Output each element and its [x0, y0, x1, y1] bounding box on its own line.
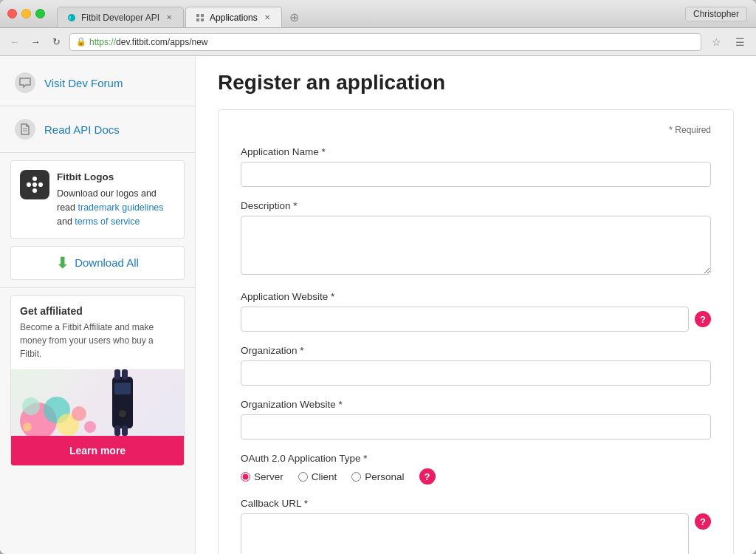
fitbit-logos-card: Fitbit Logos Download our logos and read…: [10, 160, 185, 239]
radio-personal-input[interactable]: [351, 472, 361, 482]
tab-bar: f Fitbit Developer API ✕ Applications ✕: [57, 0, 305, 27]
oauth-help-icon[interactable]: ?: [419, 468, 436, 485]
close-button[interactable]: [7, 9, 17, 18]
affiliate-top: Get affiliated Become a Fitbit Affiliate…: [11, 296, 184, 369]
radio-server-input[interactable]: [241, 472, 250, 482]
radio-personal-label: Personal: [365, 471, 404, 482]
input-description[interactable]: [241, 216, 711, 275]
fitbit-logos-text: Fitbit Logos Download our logos and read…: [57, 170, 175, 229]
menu-button[interactable]: ☰: [731, 33, 749, 51]
browser-window: f Fitbit Developer API ✕ Applications ✕: [0, 0, 756, 554]
svg-rect-8: [32, 177, 37, 181]
input-organization[interactable]: [241, 360, 711, 386]
affiliate-title: Get affiliated: [20, 305, 175, 317]
svg-rect-9: [32, 182, 37, 187]
download-arrow-icon: ⬇: [56, 254, 69, 272]
affiliate-desc: Become a Fitbit Affiliate and make money…: [20, 321, 175, 360]
chat-icon: [15, 72, 35, 93]
label-callback-url: Callback URL *: [241, 498, 711, 509]
divider-2: [0, 152, 195, 153]
sidebar-item-dev-forum[interactable]: Visit Dev Forum: [0, 64, 195, 102]
traffic-lights: [7, 9, 45, 18]
svg-rect-2: [196, 14, 199, 17]
label-oauth-type: OAuth 2.0 Application Type *: [241, 453, 711, 464]
input-app-name[interactable]: [241, 162, 711, 187]
tab-fitbit-dev[interactable]: f Fitbit Developer API ✕: [57, 7, 184, 27]
label-organization: Organization *: [241, 345, 711, 356]
radio-client[interactable]: Client: [298, 471, 337, 482]
radio-client-input[interactable]: [298, 472, 308, 482]
svg-point-16: [22, 397, 40, 415]
svg-point-17: [72, 406, 86, 421]
svg-rect-11: [27, 182, 31, 187]
download-all-label: Download All: [75, 256, 139, 269]
affiliate-image: [11, 369, 184, 436]
affiliate-illustration: [16, 369, 179, 436]
divider-3: [0, 287, 195, 288]
svg-point-26: [119, 410, 126, 417]
label-app-name: Application Name *: [241, 146, 711, 157]
field-app-name: Application Name *: [241, 146, 711, 187]
tab-applications-close[interactable]: ✕: [262, 13, 272, 23]
sidebar: Visit Dev Forum Read API Docs: [0, 56, 196, 554]
radio-client-label: Client: [312, 471, 337, 482]
app-website-row: ?: [241, 307, 711, 332]
trademark-link[interactable]: trademark guidelines: [78, 202, 164, 213]
fitbit-logos-and: and: [57, 216, 75, 227]
refresh-button[interactable]: ↻: [49, 35, 63, 49]
svg-rect-23: [122, 369, 128, 380]
label-description: Description *: [241, 200, 711, 211]
input-org-website[interactable]: [241, 414, 711, 440]
maximize-button[interactable]: [35, 9, 45, 18]
bookmark-button[interactable]: ☆: [707, 33, 725, 51]
page-title: Register an application: [218, 71, 734, 95]
radio-personal[interactable]: Personal: [351, 471, 404, 482]
titlebar: f Fitbit Developer API ✕ Applications ✕: [0, 0, 756, 28]
forward-button[interactable]: →: [28, 35, 43, 49]
new-tab-button[interactable]: ⊕: [284, 7, 305, 27]
sidebar-api-docs-label: Read API Docs: [44, 123, 120, 136]
svg-rect-25: [122, 425, 128, 436]
sidebar-item-api-docs[interactable]: Read API Docs: [0, 110, 195, 148]
tab-applications-label: Applications: [210, 13, 258, 23]
field-description: Description *: [241, 200, 711, 278]
radio-server-label: Server: [254, 471, 284, 482]
svg-point-18: [84, 421, 96, 433]
input-callback-url[interactable]: [241, 513, 689, 554]
tos-link[interactable]: terms of service: [75, 216, 140, 227]
input-app-website[interactable]: [241, 307, 689, 332]
minimize-button[interactable]: [21, 9, 31, 18]
radio-server[interactable]: Server: [241, 471, 284, 482]
svg-rect-3: [201, 14, 204, 17]
url-text: https://dev.fitbit.com/apps/new: [89, 37, 208, 47]
addressbar: ← → ↻ 🔒 https://dev.fitbit.com/apps/new …: [0, 28, 756, 56]
label-app-website: Application Website *: [241, 291, 711, 302]
svg-rect-24: [114, 425, 120, 436]
url-bar[interactable]: 🔒 https://dev.fitbit.com/apps/new: [69, 33, 701, 51]
label-org-website: Organization Website *: [241, 399, 711, 410]
apps-tab-icon: [195, 13, 205, 23]
svg-rect-21: [114, 383, 131, 394]
back-button[interactable]: ←: [7, 35, 22, 49]
fitbit-logos-title: Fitbit Logos: [57, 170, 175, 185]
fitbit-tab-icon: f: [66, 13, 77, 23]
doc-icon: [15, 119, 35, 140]
callback-url-help-icon[interactable]: ?: [695, 513, 711, 530]
app-website-help-icon[interactable]: ?: [695, 311, 711, 327]
callback-url-row: ?: [241, 513, 711, 554]
user-name: Christopher: [685, 7, 747, 21]
affiliate-card: Get affiliated Become a Fitbit Affiliate…: [10, 295, 185, 466]
form-container: * Required Application Name * Descriptio…: [218, 109, 734, 554]
field-app-website: Application Website * ?: [241, 291, 711, 332]
svg-rect-4: [196, 18, 199, 21]
tab-fitbit-dev-close[interactable]: ✕: [164, 13, 174, 23]
url-scheme: https://: [89, 37, 116, 47]
svg-rect-5: [201, 18, 204, 21]
field-oauth-type: OAuth 2.0 Application Type * Server Clie…: [241, 453, 711, 485]
download-all-button[interactable]: ⬇ Download All: [10, 246, 185, 280]
svg-point-19: [23, 423, 32, 431]
tab-fitbit-dev-label: Fitbit Developer API: [81, 13, 159, 23]
learn-more-button[interactable]: Learn more: [11, 436, 184, 465]
tab-applications[interactable]: Applications ✕: [185, 7, 282, 27]
svg-rect-22: [114, 369, 120, 380]
